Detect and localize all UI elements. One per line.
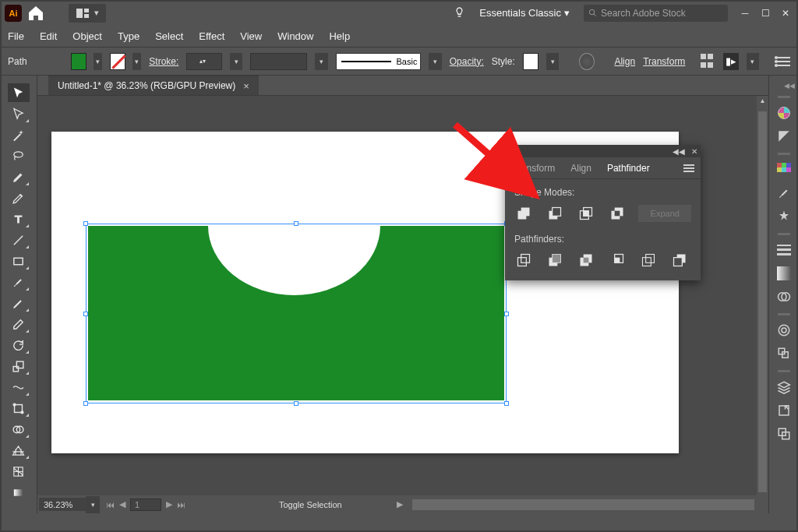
pathfinder-panel[interactable]: ◀◀ ✕ Transform Align Pathfinder Shape Mo…: [505, 145, 701, 280]
color-panel-icon[interactable]: [774, 103, 794, 123]
document-tab[interactable]: Untitled-1* @ 36.23% (RGB/GPU Preview) ×: [48, 76, 259, 95]
first-artboard-button[interactable]: ⏮: [106, 500, 115, 509]
menu-effect[interactable]: Effect: [199, 30, 224, 42]
layers-panel-icon[interactable]: [774, 377, 794, 397]
free-transform-tool[interactable]: [8, 399, 30, 417]
bbox-handle[interactable]: [83, 221, 88, 226]
tab-align[interactable]: Align: [563, 157, 599, 178]
fill-dropdown[interactable]: ▾: [94, 53, 102, 70]
menu-view[interactable]: View: [240, 30, 262, 42]
align-panel-link[interactable]: Align: [614, 56, 635, 67]
close-tab-icon[interactable]: ×: [243, 80, 249, 92]
opacity-label[interactable]: Opacity:: [450, 56, 484, 67]
workspace-switcher[interactable]: Essentials Classic▾: [479, 7, 570, 19]
bbox-handle[interactable]: [294, 221, 298, 226]
mesh-tool[interactable]: [8, 462, 30, 481]
menu-type[interactable]: Type: [118, 30, 139, 42]
unite-button[interactable]: [514, 204, 533, 223]
selection-bounding-box[interactable]: [86, 224, 507, 403]
bbox-handle[interactable]: [504, 312, 509, 316]
pencil-tool[interactable]: [8, 294, 30, 312]
stroke-swatch[interactable]: [110, 53, 125, 70]
stroke-weight-field[interactable]: ▴▾: [186, 53, 222, 70]
last-artboard-button[interactable]: ⏭: [177, 500, 185, 509]
paintbrush-tool[interactable]: [8, 273, 30, 291]
eraser-tool[interactable]: [8, 315, 30, 333]
panel-titlebar[interactable]: ◀◀ ✕: [505, 145, 701, 157]
merge-button[interactable]: [577, 251, 595, 270]
bbox-handle[interactable]: [83, 312, 88, 316]
home-button[interactable]: [26, 4, 45, 23]
selection-tool[interactable]: [8, 83, 30, 102]
stroke-panel-icon[interactable]: [774, 240, 794, 260]
exclude-button[interactable]: [608, 204, 627, 223]
fill-swatch[interactable]: [71, 53, 87, 70]
close-window-button[interactable]: ✕: [778, 5, 793, 21]
align-to-pixel-button[interactable]: ▮▸: [723, 53, 739, 70]
status-info-label[interactable]: Toggle Selection: [279, 500, 342, 509]
trim-button[interactable]: [546, 251, 564, 270]
symbols-panel-icon[interactable]: [774, 206, 794, 227]
transparency-panel-icon[interactable]: [774, 287, 794, 307]
arrange-documents-button[interactable]: ▾: [69, 4, 106, 23]
menu-object[interactable]: Object: [72, 30, 102, 42]
vertical-scrollbar[interactable]: ▲: [757, 96, 768, 495]
stroke-dropdown[interactable]: ▾: [132, 53, 141, 70]
panel-close-icon[interactable]: ✕: [691, 147, 697, 156]
swatches-panel-icon[interactable]: [774, 160, 794, 180]
status-play-icon[interactable]: ▶: [397, 499, 403, 509]
appearance-panel-icon[interactable]: [774, 320, 794, 340]
outline-button[interactable]: [639, 251, 658, 270]
control-menu-icon[interactable]: [775, 57, 790, 66]
rotate-tool[interactable]: [8, 336, 30, 354]
line-tool[interactable]: [8, 231, 30, 249]
pen-tool[interactable]: [8, 167, 30, 186]
crop-button[interactable]: [608, 251, 627, 270]
bbox-handle[interactable]: [83, 401, 88, 406]
artboards-panel-icon[interactable]: [774, 424, 794, 444]
magic-wand-tool[interactable]: [8, 125, 30, 144]
bbox-handle[interactable]: [504, 401, 509, 406]
expand-button[interactable]: Expand: [638, 205, 691, 222]
shape-builder-tool[interactable]: [8, 420, 30, 439]
gradient-tool[interactable]: [8, 483, 30, 502]
zoom-dropdown[interactable]: ▾: [86, 496, 100, 513]
asset-export-panel-icon[interactable]: [774, 400, 794, 421]
zoom-field[interactable]: 36.23%: [39, 498, 86, 511]
divide-button[interactable]: [514, 251, 533, 270]
stock-search-field[interactable]: Search Adobe Stock: [584, 5, 728, 22]
aptp-dropdown[interactable]: ▾: [747, 53, 759, 70]
scale-tool[interactable]: [8, 357, 30, 375]
perspective-grid-tool[interactable]: [8, 441, 30, 460]
color-guide-panel-icon[interactable]: [774, 126, 794, 146]
tab-transform[interactable]: Transform: [505, 157, 563, 178]
style-dropdown[interactable]: ▾: [546, 53, 559, 70]
minimize-button[interactable]: ─: [737, 5, 753, 21]
menu-file[interactable]: File: [8, 30, 24, 42]
bbox-handle[interactable]: [294, 401, 298, 406]
rectangle-tool[interactable]: [8, 252, 30, 270]
transform-panel-link[interactable]: Transform: [643, 56, 685, 67]
scroll-up-icon[interactable]: ▲: [757, 97, 768, 104]
intersect-button[interactable]: [577, 204, 595, 223]
prev-artboard-button[interactable]: ◀: [119, 499, 125, 509]
variable-width-profile[interactable]: [250, 53, 307, 70]
direct-selection-tool[interactable]: [8, 104, 30, 123]
menu-help[interactable]: Help: [329, 30, 350, 42]
brushes-panel-icon[interactable]: [774, 183, 794, 203]
maximize-button[interactable]: ☐: [757, 5, 773, 21]
isolate-button[interactable]: [701, 54, 715, 69]
width-tool[interactable]: [8, 378, 30, 396]
hscroll-thumb[interactable]: [412, 499, 754, 510]
graphic-styles-panel-icon[interactable]: [774, 344, 794, 364]
minus-front-button[interactable]: [546, 204, 564, 223]
tab-pathfinder[interactable]: Pathfinder: [599, 157, 658, 178]
brush-definition[interactable]: Basic: [336, 53, 422, 70]
horizontal-scrollbar[interactable]: [412, 499, 754, 510]
vwp-dropdown[interactable]: ▾: [315, 53, 327, 70]
lasso-tool[interactable]: [8, 146, 30, 165]
vscroll-thumb[interactable]: [758, 111, 767, 492]
type-tool[interactable]: [8, 210, 30, 228]
recolor-artwork-button[interactable]: [579, 53, 595, 70]
panel-collapse-icon[interactable]: ◀◀: [673, 147, 685, 156]
